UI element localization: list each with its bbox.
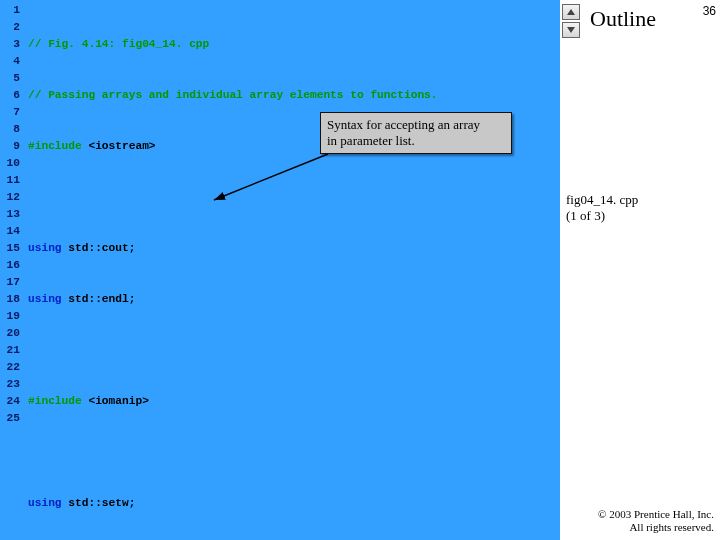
- code-line: using std::setw;: [28, 495, 560, 512]
- code-line: // Passing arrays and individual array e…: [28, 87, 560, 104]
- line-number: 20: [0, 325, 20, 342]
- line-number: 2: [0, 19, 20, 36]
- code-line: #include <iomanip>: [28, 393, 560, 410]
- right-column: Outline 36 fig04_14. cpp (1 of 3) © 2003…: [562, 0, 720, 540]
- line-number: 4: [0, 53, 20, 70]
- callout-text: in parameter list.: [327, 133, 505, 149]
- line-number: 16: [0, 257, 20, 274]
- line-number: 14: [0, 223, 20, 240]
- figure-caption: fig04_14. cpp (1 of 3): [566, 192, 638, 224]
- line-number: 10: [0, 155, 20, 172]
- code-line: [28, 444, 560, 461]
- copyright: © 2003 Prentice Hall, Inc. All rights re…: [598, 508, 714, 534]
- line-number: 24: [0, 393, 20, 410]
- code-line: [28, 189, 560, 206]
- code-lines: // Fig. 4.14: fig04_14. cpp // Passing a…: [24, 0, 560, 540]
- page-number: 36: [703, 4, 716, 18]
- line-number: 6: [0, 87, 20, 104]
- code-area: 1234567891011121314151617181920212223242…: [0, 0, 560, 540]
- line-number: 3: [0, 36, 20, 53]
- line-number: 7: [0, 104, 20, 121]
- outline-label: Outline: [590, 6, 656, 32]
- line-number: 9: [0, 138, 20, 155]
- line-number: 17: [0, 274, 20, 291]
- outline-up-button[interactable]: [562, 4, 580, 20]
- callout-text: Syntax for accepting an array: [327, 117, 505, 133]
- line-number: 15: [0, 240, 20, 257]
- line-number-gutter: 1234567891011121314151617181920212223242…: [0, 0, 24, 540]
- line-number: 8: [0, 121, 20, 138]
- line-number: 19: [0, 308, 20, 325]
- code-line: using std::endl;: [28, 291, 560, 308]
- line-number: 5: [0, 70, 20, 87]
- line-number: 11: [0, 172, 20, 189]
- callout-box: Syntax for accepting an array in paramet…: [320, 112, 512, 154]
- outline-down-button[interactable]: [562, 22, 580, 38]
- code-line: // Fig. 4.14: fig04_14. cpp: [28, 36, 560, 53]
- code-line: [28, 342, 560, 359]
- code-line: using std::cout;: [28, 240, 560, 257]
- line-number: 25: [0, 410, 20, 427]
- line-number: 13: [0, 206, 20, 223]
- line-number: 1: [0, 2, 20, 19]
- line-number: 21: [0, 342, 20, 359]
- line-number: 22: [0, 359, 20, 376]
- line-number: 12: [0, 189, 20, 206]
- line-number: 18: [0, 291, 20, 308]
- line-number: 23: [0, 376, 20, 393]
- outline-nav: [562, 4, 582, 40]
